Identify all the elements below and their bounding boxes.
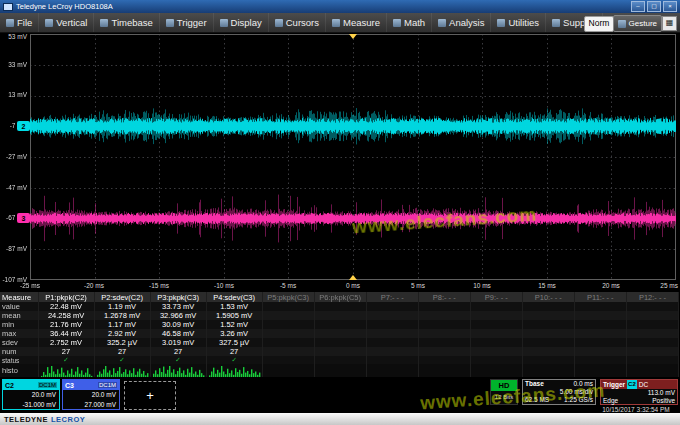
x-axis-label: -15 ms: [141, 282, 177, 289]
channel-c3-vdiv: 20.0 mV: [63, 390, 119, 400]
timebase-icon: [100, 19, 108, 27]
measure-cell: 3.26 mV: [206, 329, 262, 338]
measure-column-p1[interactable]: P1:pkpk(C2): [38, 292, 94, 302]
measure-cell: 27: [206, 347, 262, 356]
status-check-icon: ✓: [206, 356, 262, 364]
menu-timebase[interactable]: Timebase: [94, 13, 159, 32]
x-axis-label: 10 ms: [464, 282, 500, 289]
menu-bar: File Vertical Timebase Trigger Display C…: [0, 13, 680, 33]
menu-trigger[interactable]: Trigger: [160, 13, 214, 32]
file-icon: [6, 19, 14, 27]
tbase-samples: 62.5 MS: [525, 396, 549, 404]
measure-row-label: status: [0, 356, 38, 364]
gesture-button[interactable]: Gesture: [613, 15, 662, 32]
measure-cell: 2.752 mV: [38, 338, 94, 347]
measure-column-p5[interactable]: P5:pkpk(C3): [262, 292, 314, 302]
menu-measure[interactable]: Measure: [326, 13, 387, 32]
measure-cell: 1.5905 mV: [206, 311, 262, 320]
channel-offset-tab-c3[interactable]: 3: [17, 213, 30, 223]
trigger-icon: [166, 19, 174, 27]
minimize-button[interactable]: –: [631, 1, 645, 12]
waveform-canvas[interactable]: [30, 34, 676, 280]
oscilloscope-screen: Teledyne LeCroy HDO8108A – ▢ × File Vert…: [0, 0, 680, 425]
trigger-label: Trigger: [603, 380, 625, 389]
descriptor-bar: C2 DC1M 20.0 mV -31.000 mV C3 DC1M 20.0 …: [0, 377, 680, 413]
close-button[interactable]: ×: [663, 1, 677, 12]
measure-cell: 22.48 mV: [38, 302, 94, 311]
title-bar: Teledyne LeCroy HDO8108A – ▢ ×: [0, 0, 680, 13]
x-axis-label: 0 ms: [335, 282, 371, 289]
x-axis-label: 20 ms: [593, 282, 629, 289]
measure-cell: 1.19 mV: [94, 302, 150, 311]
trigger-time-marker-bottom[interactable]: [349, 275, 357, 280]
grid-toggle-button[interactable]: ▦: [662, 16, 677, 31]
add-trace-button[interactable]: +: [124, 381, 176, 410]
maximize-button[interactable]: ▢: [647, 1, 661, 12]
measure-cell: 27: [150, 347, 206, 356]
histogram-sparkline: [209, 365, 261, 377]
histogram-sparkline: [153, 365, 205, 377]
measure-column-p10[interactable]: P10:- - -: [522, 292, 574, 302]
measure-column-p12[interactable]: P12:- - -: [626, 292, 678, 302]
measure-column-p3[interactable]: P3:pkpk(C3): [150, 292, 206, 302]
measure-row-label: histo: [0, 364, 38, 377]
trigger-descriptor[interactable]: Trigger C2 DC 113.0 mV EdgePositive: [600, 379, 678, 405]
measure-cell: 24.258 mV: [38, 311, 94, 320]
measure-cell: 46.58 mV: [150, 329, 206, 338]
channel-c2-descriptor[interactable]: C2 DC1M 20.0 mV -31.000 mV: [2, 379, 60, 410]
measure-column-p2[interactable]: P2:sdev(C2): [94, 292, 150, 302]
trigger-coupling: DC: [639, 380, 648, 389]
math-icon: [393, 19, 401, 27]
measure-table: Measure P1:pkpk(C2) P2:sdev(C2) P3:pkpk(…: [0, 292, 679, 377]
menu-vertical[interactable]: Vertical: [39, 13, 94, 32]
channel-c3-descriptor[interactable]: C3 DC1M 20.0 mV 27.000 mV: [62, 379, 120, 410]
measure-column-p7[interactable]: P7:- - -: [366, 292, 418, 302]
measure-row-label: min: [0, 320, 38, 329]
measure-cell: 30.09 mV: [150, 320, 206, 329]
measure-column-p4[interactable]: P4:sdev(C3): [206, 292, 262, 302]
vertical-icon: [45, 19, 53, 27]
timebase-descriptor[interactable]: Tbase0.0 ms 5.00 ms/div 62.5 MS1.25 GS/s: [522, 379, 596, 405]
measure-cell: 21.76 mV: [38, 320, 94, 329]
hd-mode-indicator[interactable]: HD 12 Bits: [490, 379, 518, 405]
utilities-icon: [497, 19, 505, 27]
measure-column-p11[interactable]: P11:- - -: [574, 292, 626, 302]
menu-math[interactable]: Math: [387, 13, 432, 32]
histogram-sparkline: [41, 365, 93, 377]
trigger-time-marker-top[interactable]: [349, 34, 357, 39]
channel-offset-tab-c2[interactable]: 2: [17, 121, 30, 131]
tbase-label: Tbase: [525, 380, 544, 388]
trigger-slope: Positive: [652, 397, 675, 405]
hd-label: HD: [491, 380, 517, 391]
measure-cell: 1.53 mV: [206, 302, 262, 311]
measure-column-p8[interactable]: P8:- - -: [418, 292, 470, 302]
measure-row-label: num: [0, 347, 38, 356]
measure-column-p9[interactable]: P9:- - -: [470, 292, 522, 302]
y-axis-label: -87 mV: [0, 245, 27, 252]
menu-file[interactable]: File: [0, 13, 39, 32]
gesture-hand-icon: [618, 20, 626, 28]
measure-row-label: mean: [0, 311, 38, 320]
measure-icon: [332, 19, 340, 27]
display-icon: [220, 19, 228, 27]
menu-display[interactable]: Display: [214, 13, 269, 32]
menu-cursors[interactable]: Cursors: [269, 13, 326, 32]
measure-cell: 1.2678 mV: [94, 311, 150, 320]
menu-analysis[interactable]: Analysis: [432, 13, 491, 32]
menu-utilities[interactable]: Utilities: [491, 13, 546, 32]
hd-bits: 12 Bits: [491, 391, 517, 404]
channel-c2-coupling: DC1M: [38, 382, 57, 388]
measure-cell: 3.019 mV: [150, 338, 206, 347]
channel-c3-label: C3: [65, 382, 74, 389]
channel-c2-offset: -31.000 mV: [3, 400, 59, 410]
footer-bar: TELEDYNE LECROY: [0, 413, 680, 425]
measure-header: Measure: [0, 292, 38, 302]
trigger-mode-norm-button[interactable]: Norm: [584, 16, 614, 32]
x-axis-label: 5 ms: [400, 282, 436, 289]
x-axis-label: -20 ms: [76, 282, 112, 289]
app-icon: [3, 3, 13, 11]
x-axis-label: 15 ms: [529, 282, 565, 289]
tbase-rate: 1.25 GS/s: [564, 396, 593, 404]
measure-column-p6[interactable]: P6:pkpk(C5): [314, 292, 366, 302]
status-check-icon: ✓: [94, 356, 150, 364]
